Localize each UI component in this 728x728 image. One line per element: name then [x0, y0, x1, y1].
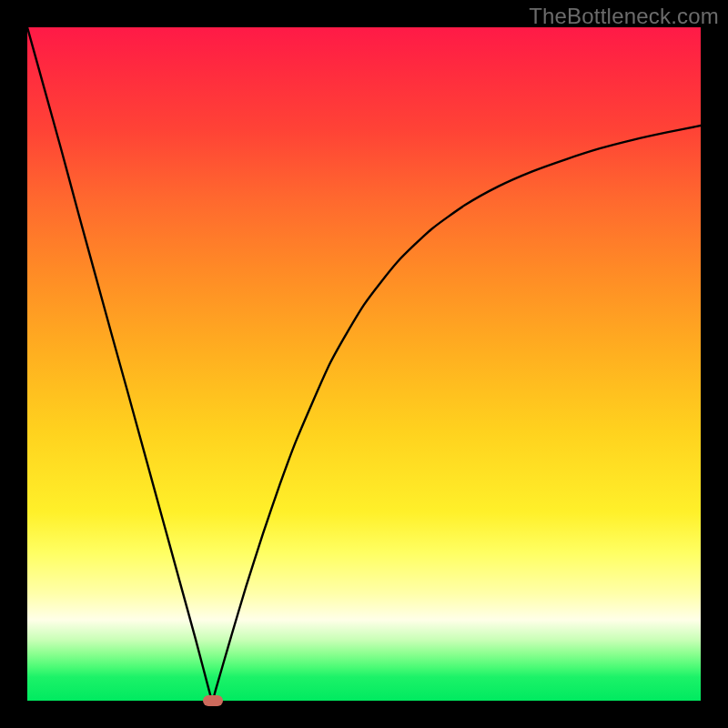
chart-curve-path [27, 27, 701, 701]
chart-curve-svg [27, 27, 701, 701]
chart-marker [203, 695, 223, 706]
chart-frame: TheBottleneck.com [0, 0, 728, 728]
watermark-label: TheBottleneck.com [529, 4, 719, 29]
chart-plot-area [27, 27, 701, 701]
